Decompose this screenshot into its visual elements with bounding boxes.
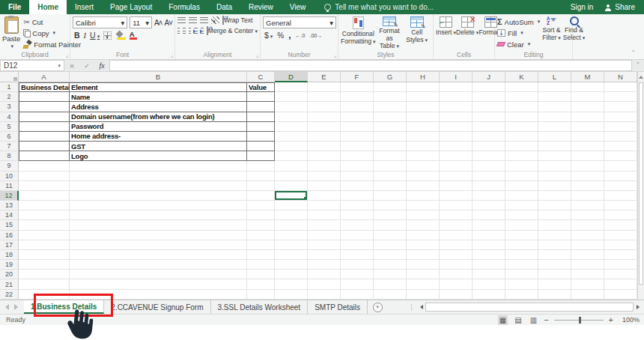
grid-cell-L6[interactable] [538, 132, 571, 142]
grid-cell-N11[interactable] [604, 181, 637, 191]
column-header-D[interactable]: D [275, 72, 308, 82]
grid-cell-N7[interactable] [604, 142, 637, 151]
grid-cell-H19[interactable] [407, 260, 440, 270]
grid-cell-N17[interactable] [604, 240, 637, 250]
grid-cell-M1[interactable] [571, 82, 604, 92]
column-header-E[interactable]: E [308, 72, 341, 82]
grid-cell-K1[interactable] [505, 82, 538, 92]
scroll-up-icon[interactable] [639, 73, 643, 79]
grid-cell-F5[interactable] [341, 122, 374, 132]
grid-cell-F10[interactable] [341, 171, 374, 181]
zoom-out-button[interactable]: − [544, 315, 548, 324]
grid-cell-B5[interactable]: Password [70, 122, 247, 132]
clear-button[interactable]: Clear [497, 39, 540, 49]
grid-cell-J19[interactable] [473, 260, 505, 270]
comma-style-button[interactable]: , [288, 32, 291, 38]
grid-cell-K11[interactable] [505, 181, 538, 191]
grid-cell-K16[interactable] [505, 231, 538, 240]
grid-cell-E6[interactable] [308, 132, 341, 142]
grid-cell-L21[interactable] [538, 279, 571, 289]
grid-cell-G2[interactable] [374, 92, 407, 102]
font-size-select[interactable]: 11▾ [130, 16, 152, 28]
grid-cell-M12[interactable] [571, 191, 604, 201]
row-header-9[interactable]: 9 [0, 161, 19, 171]
grid-cell-E22[interactable] [308, 290, 341, 300]
page-layout-view-button[interactable]: ▤ [513, 315, 523, 325]
grid-cell-B1[interactable]: Element [70, 82, 247, 92]
grid-cell-M20[interactable] [571, 270, 604, 279]
row-header-13[interactable]: 13 [0, 201, 19, 210]
column-header-B[interactable]: B [70, 72, 247, 82]
grid-cell-G21[interactable] [374, 279, 407, 289]
grid-cell-G6[interactable] [374, 132, 407, 142]
align-center-button[interactable] [183, 28, 185, 34]
grid-cell-I12[interactable] [440, 191, 473, 201]
grid-cell-L15[interactable] [538, 220, 571, 230]
grid-cell-F21[interactable] [341, 279, 374, 289]
grid-cell-G1[interactable] [374, 82, 407, 92]
grid-cell-L12[interactable] [538, 191, 571, 201]
row-header-21[interactable]: 21 [0, 279, 19, 289]
grid-cell-B18[interactable] [70, 250, 247, 260]
grid-cell-J17[interactable] [473, 240, 505, 250]
grid-cell-F22[interactable] [341, 290, 374, 300]
grid-cell-C12[interactable] [247, 191, 275, 201]
grid-cell-L7[interactable] [538, 142, 571, 151]
grid-cell-I19[interactable] [440, 260, 473, 270]
grid-cell-K20[interactable] [505, 270, 538, 279]
sheet-tab-smtp-details[interactable]: SMTP Details [308, 300, 368, 314]
vertical-scroll-thumb[interactable] [639, 82, 643, 285]
row-header-20[interactable]: 20 [0, 270, 19, 279]
grid-cell-A20[interactable] [19, 270, 70, 279]
grid-cell-A3[interactable] [19, 102, 70, 112]
grid-cell-M19[interactable] [571, 260, 604, 270]
grid-cell-I14[interactable] [440, 210, 473, 220]
grid-cell-G8[interactable] [374, 151, 407, 161]
grid-cell-E2[interactable] [308, 92, 341, 102]
grid-cell-J1[interactable] [473, 82, 505, 92]
grid-cell-I16[interactable] [440, 231, 473, 240]
grid-cell-D14[interactable] [275, 210, 308, 220]
decrease-indent-button[interactable] [194, 28, 197, 34]
grid-cell-K14[interactable] [505, 210, 538, 220]
row-header-2[interactable]: 2 [0, 92, 19, 102]
tab-insert[interactable]: Insert [67, 0, 102, 14]
delete-cells-button[interactable]: Delete [456, 16, 479, 50]
grid-cell-G4[interactable] [374, 112, 407, 122]
grid-cell-C14[interactable] [247, 210, 275, 220]
find-select-button[interactable]: Find & Select [563, 16, 585, 50]
cancel-entry-button[interactable]: × [64, 62, 79, 70]
grid-cell-K8[interactable] [505, 151, 538, 161]
grid-cell-H13[interactable] [407, 201, 440, 210]
grid-cell-I6[interactable] [440, 132, 473, 142]
grid-cell-C10[interactable] [247, 171, 275, 181]
name-box-dropdown-icon[interactable]: ▾ [58, 63, 61, 69]
grid-cell-N14[interactable] [604, 210, 637, 220]
grid-cell-C5[interactable] [247, 122, 275, 132]
grid-cell-M14[interactable] [571, 210, 604, 220]
grid-cell-A8[interactable] [19, 151, 70, 161]
grid-cell-D13[interactable] [275, 201, 308, 210]
alignment-dialog-launcher[interactable]: ⌟ [256, 52, 258, 58]
grid-cell-H16[interactable] [407, 231, 440, 240]
grid-cell-J20[interactable] [473, 270, 505, 279]
grid-cell-D22[interactable] [275, 290, 308, 300]
column-header-L[interactable]: L [538, 72, 571, 82]
increase-indent-button[interactable] [201, 28, 204, 34]
grid-cell-K19[interactable] [505, 260, 538, 270]
grid-cell-J9[interactable] [473, 161, 505, 171]
grid-cell-K22[interactable] [505, 290, 538, 300]
select-all-corner[interactable] [0, 72, 19, 82]
grid-cell-I7[interactable] [440, 142, 473, 151]
grid-cell-F14[interactable] [341, 210, 374, 220]
grid-cell-B7[interactable]: GST [70, 142, 247, 151]
grid-cell-L11[interactable] [538, 181, 571, 191]
font-name-select[interactable]: Calibri▾ [73, 16, 127, 28]
grid-cell-J5[interactable] [473, 122, 505, 132]
grid-cell-E8[interactable] [308, 151, 341, 161]
grid-cell-D9[interactable] [275, 161, 308, 171]
grid-cell-E11[interactable] [308, 181, 341, 191]
grid-cell-L8[interactable] [538, 151, 571, 161]
grid-cell-K6[interactable] [505, 132, 538, 142]
grid-cell-B20[interactable] [70, 270, 247, 279]
